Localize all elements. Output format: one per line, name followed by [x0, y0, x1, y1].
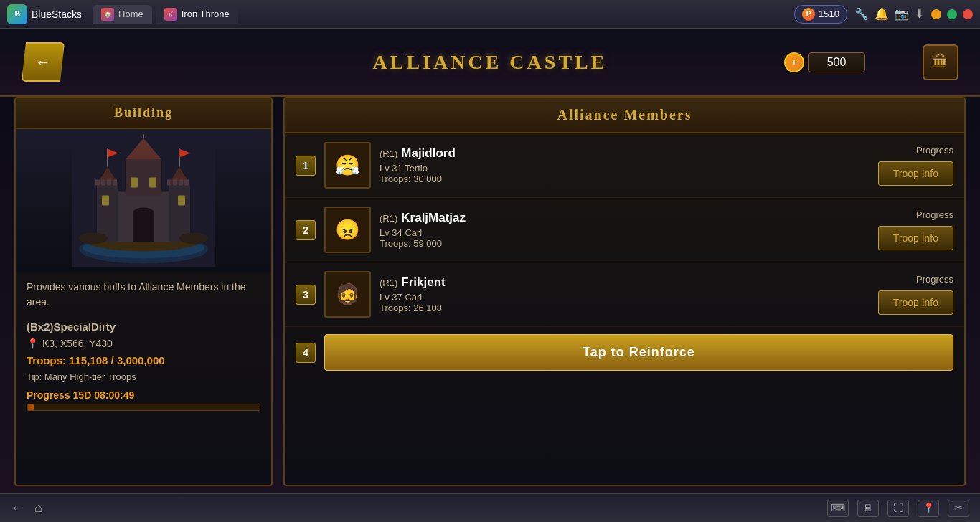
- svg-rect-19: [179, 180, 183, 186]
- gold-coin-display: + 500: [784, 52, 865, 72]
- bluestacks-logo: B BlueStacks: [7, 4, 82, 24]
- treasury-icon[interactable]: 🏛: [923, 44, 958, 80]
- tap-to-reinforce-button[interactable]: Tap to Reinforce: [324, 334, 953, 371]
- game-area: ← ALLIANCE CASTLE + 500 🏛 Building: [0, 29, 980, 493]
- member-right-3: Progress Troop Info: [878, 274, 953, 315]
- points-display: P 1510: [794, 5, 847, 24]
- reinforce-rank: 4: [296, 343, 316, 363]
- building-progress-bar-container: [16, 402, 271, 418]
- coin-plus-icon[interactable]: +: [784, 52, 804, 72]
- bottom-left-icons: ← ⌂: [11, 500, 42, 516]
- troops-count: Troops: 115,108 / 3,000,000: [16, 351, 271, 370]
- member-info-1: (R1) Majidlord Lv 31 Tertio Troops: 30,0…: [380, 146, 870, 184]
- svg-rect-11: [126, 160, 161, 196]
- member-name-row-1: (R1) Majidlord: [380, 146, 870, 161]
- member-row: 1 😤 (R1) Majidlord Lv 31 Tertio Troops: …: [285, 133, 964, 198]
- member-troops-3: Troops: 26,108: [380, 303, 870, 313]
- game-header: ← ALLIANCE CASTLE + 500 🏛: [0, 29, 980, 97]
- member-avatar-1: 😤: [324, 142, 371, 189]
- home-tab[interactable]: 🏠 Home: [93, 5, 152, 24]
- building-location: 📍 K3, X566, Y430: [16, 336, 271, 351]
- bottom-taskbar: ← ⌂ ⌨ 🖥 ⛶ 📍 ✂: [0, 493, 980, 522]
- bluestacks-logo-icon: B: [7, 4, 27, 24]
- building-progress-label: Progress 15D 08:00:49: [16, 384, 271, 402]
- member-progress-label-1: Progress: [916, 145, 953, 156]
- member-troops-2: Troops: 59,000: [380, 238, 870, 249]
- location-icon[interactable]: 📍: [918, 500, 939, 517]
- avatar-image-1: 😤: [326, 143, 369, 187]
- member-avatar-2: 😠: [324, 207, 371, 253]
- bottom-right-icons: ⌨ 🖥 ⛶ 📍 ✂: [827, 500, 969, 517]
- minimize-button[interactable]: _: [931, 9, 941, 19]
- avatar-image-3: 🧔: [326, 272, 369, 316]
- member-right-2: Progress Troop Info: [878, 209, 953, 250]
- gold-amount: 500: [808, 52, 865, 72]
- svg-rect-17: [167, 180, 171, 186]
- tip-text: Tip: Many High-tier Troops: [16, 370, 271, 384]
- page-title: ALLIANCE CASTLE: [373, 51, 608, 74]
- svg-point-30: [79, 233, 108, 245]
- building-owner: (Bx2)SpecialDirty: [16, 317, 271, 336]
- castle-image: [16, 129, 271, 272]
- alliance-members-title: Alliance Members: [285, 98, 964, 133]
- svg-point-6: [133, 208, 154, 219]
- building-panel: Building: [14, 97, 273, 486]
- bluestacks-logo-text: BlueStacks: [32, 9, 82, 20]
- building-description: Provides various buffs to Alliance Membe…: [16, 272, 271, 317]
- member-avatar-3: 🧔: [324, 271, 371, 318]
- reinforce-row: 4 Tap to Reinforce: [285, 327, 964, 378]
- svg-rect-14: [101, 180, 105, 186]
- troop-info-button-2[interactable]: Troop Info: [878, 226, 953, 250]
- member-rank-2: 2: [296, 220, 316, 240]
- toolbar-icons: 🔧 🔔 📷 ⬇: [854, 7, 924, 21]
- zoom-icon[interactable]: ⛶: [887, 500, 909, 517]
- svg-rect-16: [113, 180, 117, 186]
- main-content: Building: [0, 97, 980, 493]
- home-nav-icon[interactable]: ⌂: [34, 500, 42, 516]
- download-icon[interactable]: ⬇: [915, 7, 924, 21]
- svg-rect-15: [107, 180, 111, 186]
- svg-rect-22: [178, 196, 185, 206]
- member-rank-1: 1: [296, 156, 316, 176]
- close-button[interactable]: ✕: [963, 9, 973, 19]
- alliance-members-panel: Alliance Members 1 😤 (R1) Majidlord Lv 3…: [283, 97, 966, 486]
- member-row-3: 3 🧔 (R1) Frikjent Lv 37 Carl Troops: 26,…: [285, 262, 964, 327]
- back-arrow-icon: ←: [35, 53, 51, 72]
- screen-icon[interactable]: 🖥: [857, 500, 879, 517]
- maximize-button[interactable]: □: [947, 9, 957, 19]
- game-tab-label: Iron Throne: [182, 9, 230, 19]
- notification-icon[interactable]: 🔔: [875, 7, 889, 21]
- svg-rect-18: [173, 180, 177, 186]
- avatar-image-2: 😠: [326, 208, 369, 252]
- scissors-icon[interactable]: ✂: [948, 500, 969, 517]
- svg-point-31: [179, 233, 208, 245]
- back-button[interactable]: ←: [22, 42, 65, 82]
- settings-icon[interactable]: 🔧: [854, 7, 869, 21]
- member-level-2: Lv 34 Carl: [380, 227, 870, 238]
- member-name-1: Majidlord: [401, 146, 456, 161]
- back-nav-icon[interactable]: ←: [11, 500, 24, 516]
- member-name-3: Frikjent: [401, 275, 445, 290]
- keyboard-icon[interactable]: ⌨: [827, 500, 849, 517]
- building-progress-bar-fill: [27, 404, 34, 410]
- member-row-2: 2 😠 (R1) KraljMatjaz Lv 34 Carl Troops: …: [285, 198, 964, 262]
- bluestacks-topbar: B BlueStacks 🏠 Home ⚔ Iron Throne P 1510…: [0, 0, 980, 29]
- member-name-row-3: (R1) Frikjent: [380, 275, 870, 290]
- member-name-row-2: (R1) KraljMatjaz: [380, 211, 870, 225]
- points-value: 1510: [819, 9, 839, 19]
- header-title-container: ALLIANCE CASTLE: [373, 51, 608, 74]
- game-tab-icon: ⚔: [164, 8, 177, 21]
- camera-icon[interactable]: 📷: [895, 7, 909, 21]
- troop-info-button-1[interactable]: Troop Info: [878, 161, 953, 186]
- troop-info-button-3[interactable]: Troop Info: [878, 290, 953, 315]
- game-tab[interactable]: ⚔ Iron Throne: [156, 5, 238, 24]
- home-tab-label: Home: [118, 9, 143, 19]
- member-level-1: Lv 31 Tertio: [380, 163, 870, 174]
- svg-rect-24: [149, 178, 156, 188]
- member-name-2: KraljMatjaz: [401, 211, 466, 225]
- member-tag-3: (R1): [380, 277, 397, 288]
- window-controls: _ □ ✕: [931, 9, 973, 19]
- member-progress-label-3: Progress: [916, 274, 953, 285]
- location-pin-icon: 📍: [27, 338, 39, 349]
- building-progress-bar-bg: [27, 404, 260, 411]
